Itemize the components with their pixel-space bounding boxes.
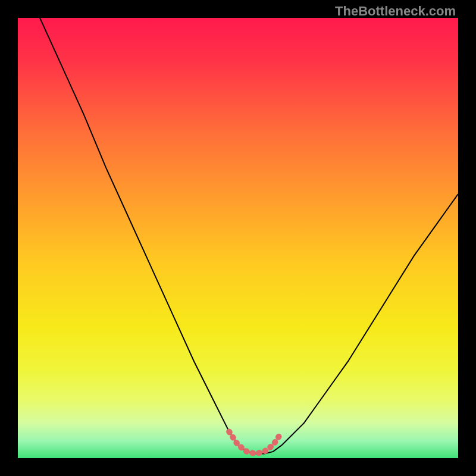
chart-container: TheBottleneck.com <box>0 0 476 476</box>
curve-svg <box>18 18 458 458</box>
watermark-text: TheBottleneck.com <box>335 4 456 19</box>
bottleneck-curve <box>40 18 458 454</box>
plot-area <box>18 18 458 458</box>
